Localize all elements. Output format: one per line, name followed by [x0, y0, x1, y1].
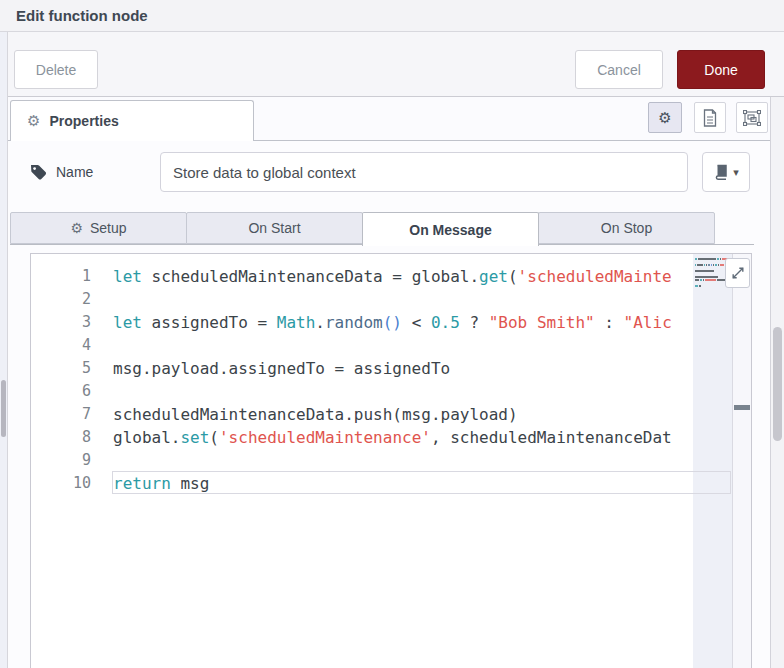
- delete-button[interactable]: Delete: [14, 50, 98, 89]
- code-token: , scheduledMaintenanceDat: [431, 428, 672, 447]
- expand-editor-button[interactable]: [725, 258, 750, 288]
- chevron-down-icon: ▾: [733, 166, 739, 179]
- line-number: 7: [31, 403, 91, 426]
- left-scrollbar[interactable]: [0, 32, 8, 668]
- code-line[interactable]: 1let scheduledMaintenanceData = global.g…: [31, 265, 732, 288]
- edit-function-node-dialog: Edit function node Delete Cancel Done ⚙ …: [0, 0, 784, 668]
- code-token: (: [508, 267, 518, 286]
- line-number: 5: [31, 357, 91, 380]
- tab-label: Setup: [90, 220, 127, 236]
- code-line[interactable]: 10return msg: [31, 472, 732, 495]
- dialog-title: Edit function node: [16, 0, 148, 31]
- gear-icon: ⚙: [658, 109, 671, 127]
- code-editor[interactable]: 1let scheduledMaintenanceData = global.g…: [30, 253, 752, 668]
- tag-icon: [30, 164, 47, 181]
- gear-icon: ⚙: [70, 220, 83, 236]
- tab-on-message[interactable]: On Message: [362, 212, 539, 246]
- tab-label: On Stop: [601, 220, 652, 236]
- editor-scrollbar-handle[interactable]: [734, 405, 750, 410]
- done-button[interactable]: Done: [677, 50, 765, 89]
- minimap-segment: [706, 264, 707, 266]
- minimap-segment: [720, 258, 721, 260]
- code-line[interactable]: 8global.set('scheduledMaintenance', sche…: [31, 426, 732, 449]
- minimap-segment: [703, 279, 704, 281]
- tab-setup[interactable]: ⚙Setup: [10, 212, 187, 244]
- code-token: let: [113, 267, 142, 286]
- properties-tab-bar: ⚙ Properties ⚙: [8, 97, 770, 141]
- minimap-segment: [704, 264, 705, 266]
- code-token: return: [113, 474, 171, 493]
- minimap-segment: [695, 276, 718, 278]
- minimap-segment: [700, 279, 702, 281]
- expand-icon: [731, 266, 745, 280]
- description-view-button[interactable]: [694, 102, 726, 133]
- code-token: let: [113, 313, 142, 332]
- line-number: 6: [31, 380, 91, 403]
- dialog-scrollbar-handle[interactable]: [773, 327, 782, 441]
- tab-on-stop[interactable]: On Stop: [538, 212, 715, 244]
- editor-scrollbar[interactable]: [732, 254, 751, 668]
- line-number: 8: [31, 426, 91, 449]
- code-token: 'scheduledMaintenance': [219, 428, 431, 447]
- code-token: global.: [113, 428, 180, 447]
- minimap-segment: [713, 264, 714, 266]
- code-line[interactable]: 2: [31, 288, 732, 311]
- code-token: "Alic: [624, 313, 672, 332]
- code-token: .: [315, 313, 325, 332]
- code-line[interactable]: 3let assignedTo = Math.random() < 0.5 ? …: [31, 311, 732, 334]
- book-icon: [713, 164, 729, 180]
- code-lines: 1let scheduledMaintenanceData = global.g…: [31, 265, 732, 495]
- function-tabs: ⚙SetupOn StartOn MessageOn Stop: [10, 212, 714, 245]
- code-token: Math: [277, 313, 316, 332]
- object-group-icon: [743, 110, 761, 126]
- minimap-segment: [697, 264, 703, 266]
- code-line[interactable]: 9: [31, 449, 732, 472]
- minimap-segment: [708, 264, 710, 266]
- appearance-view-button[interactable]: [736, 102, 768, 133]
- code-line[interactable]: 5msg.payload.assignedTo = assignedTo: [31, 357, 732, 380]
- code-token: get: [479, 267, 508, 286]
- line-number: 1: [31, 265, 91, 288]
- code-token: msg: [171, 474, 210, 493]
- code-token: 'scheduledMainte: [518, 267, 672, 286]
- name-input[interactable]: [160, 152, 688, 192]
- minimap-segment: [695, 285, 698, 287]
- dialog-scrollbar[interactable]: [770, 97, 784, 668]
- name-row: Name ▾: [8, 152, 770, 192]
- tab-label: On Message: [409, 222, 491, 238]
- minimap-segment: [711, 264, 712, 266]
- document-icon: [702, 109, 718, 127]
- code-line[interactable]: 4: [31, 334, 732, 357]
- dialog-toolbar: Delete Cancel Done: [8, 32, 784, 97]
- tab-properties[interactable]: ⚙ Properties: [10, 100, 254, 141]
- dialog-header: Edit function node: [0, 0, 784, 32]
- minimap-segment: [695, 258, 697, 260]
- label-options-button[interactable]: ▾: [702, 152, 750, 192]
- gear-icon: ⚙: [27, 112, 40, 130]
- line-number: 9: [31, 449, 91, 472]
- line-number: 3: [31, 311, 91, 334]
- minimap-segment: [717, 258, 719, 260]
- properties-view-button[interactable]: ⚙: [648, 102, 682, 133]
- minimap-segment: [720, 264, 724, 266]
- code-token: scheduledMaintenanceData.push(msg.payloa…: [113, 405, 518, 424]
- minimap-segment: [705, 279, 716, 281]
- code-token: <: [402, 313, 431, 332]
- line-number: 10: [31, 472, 91, 495]
- code-token: scheduledMaintenanceData = global.: [142, 267, 479, 286]
- code-token: set: [180, 428, 209, 447]
- minimap-segment: [699, 285, 701, 287]
- code-token: 0.5: [431, 313, 460, 332]
- tab-label: On Start: [248, 220, 300, 236]
- code-line[interactable]: 6: [31, 380, 732, 403]
- minimap-segment: [695, 279, 699, 281]
- code-line[interactable]: 7scheduledMaintenanceData.push(msg.paylo…: [31, 403, 732, 426]
- cancel-button[interactable]: Cancel: [575, 50, 663, 89]
- left-scrollbar-handle[interactable]: [1, 380, 6, 437]
- minimap-column: [693, 254, 732, 668]
- code-token: ?: [460, 313, 489, 332]
- tab-on-start[interactable]: On Start: [186, 212, 363, 244]
- line-number: 4: [31, 334, 91, 357]
- minimap-segment: [715, 264, 716, 266]
- minimap-segment: [695, 264, 696, 266]
